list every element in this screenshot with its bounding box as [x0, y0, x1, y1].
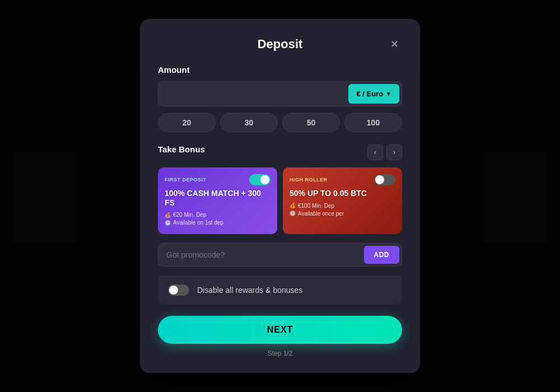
- deposit-modal: Deposit ✕ Amount € / Euro ▼ 20 30 50 100…: [140, 19, 420, 374]
- first-deposit-toggle[interactable]: [249, 174, 270, 185]
- amount-label: Amount: [158, 65, 402, 74]
- clock-icon: 🕐: [165, 220, 171, 226]
- amount-input-row: € / Euro ▼: [158, 81, 402, 106]
- first-deposit-card-top: FIRST DEPOSIT: [165, 174, 270, 185]
- take-bonus-label: Take Bonus: [158, 144, 205, 154]
- modal-header: Deposit ✕: [158, 37, 402, 52]
- currency-label: € / Euro: [356, 90, 383, 98]
- quick-amount-20[interactable]: 20: [158, 113, 216, 132]
- step-indicator: Step 1/2: [158, 349, 402, 357]
- close-button[interactable]: ✕: [386, 36, 402, 52]
- coin-icon-2: 💰: [290, 203, 296, 208]
- currency-selector[interactable]: € / Euro ▼: [348, 84, 399, 104]
- next-button[interactable]: NEXT: [158, 316, 402, 344]
- quick-amount-30[interactable]: 30: [220, 113, 278, 132]
- first-deposit-info2: 🕐 Available on 1st dep: [165, 220, 270, 226]
- high-roller-toggle-thumb: [375, 175, 384, 184]
- quick-amount-100[interactable]: 100: [344, 113, 402, 132]
- high-roller-card: HIGH ROLLER 50% UP TO 0.05 BTC 💰 €100 Mi…: [283, 167, 402, 235]
- modal-title: Deposit: [258, 37, 303, 52]
- bonus-nav-buttons: ‹ ›: [367, 144, 402, 160]
- first-deposit-toggle-thumb: [260, 175, 269, 184]
- bonus-next-button[interactable]: ›: [386, 144, 402, 160]
- high-roller-badge: HIGH ROLLER: [290, 177, 328, 183]
- disable-rewards-row: Disable all rewards & bonuses: [158, 276, 402, 305]
- first-deposit-badge: FIRST DEPOSIT: [165, 177, 207, 183]
- promo-code-row: ADD: [158, 243, 402, 267]
- disable-rewards-toggle[interactable]: [168, 284, 189, 296]
- high-roller-toggle[interactable]: [374, 174, 395, 185]
- promo-input[interactable]: [158, 244, 362, 266]
- clock-icon-2: 🕐: [290, 211, 296, 216]
- first-deposit-card: FIRST DEPOSIT 100% CASH MATCH + 300 FS 💰…: [158, 167, 277, 235]
- add-promo-button[interactable]: ADD: [364, 246, 400, 264]
- disable-rewards-label: Disable all rewards & bonuses: [197, 286, 302, 295]
- take-bonus-header: Take Bonus ‹ ›: [158, 144, 402, 161]
- high-roller-info1: 💰 €100 Min. Dep: [290, 203, 395, 209]
- high-roller-title: 50% UP TO 0.05 BTC: [290, 189, 395, 198]
- chevron-down-icon: ▼: [386, 91, 391, 97]
- first-deposit-info1: 💰 €20 Min. Dep: [165, 212, 270, 218]
- bonus-cards-container: FIRST DEPOSIT 100% CASH MATCH + 300 FS 💰…: [158, 167, 402, 235]
- bonus-prev-button[interactable]: ‹: [367, 144, 383, 160]
- amount-input[interactable]: [158, 82, 346, 105]
- first-deposit-title: 100% CASH MATCH + 300 FS: [165, 189, 270, 208]
- high-roller-card-top: HIGH ROLLER: [290, 174, 395, 185]
- high-roller-info2: 🕐 Available once per: [290, 211, 395, 217]
- quick-amounts-row: 20 30 50 100: [158, 113, 402, 132]
- quick-amount-50[interactable]: 50: [282, 113, 340, 132]
- coin-icon: 💰: [165, 212, 171, 218]
